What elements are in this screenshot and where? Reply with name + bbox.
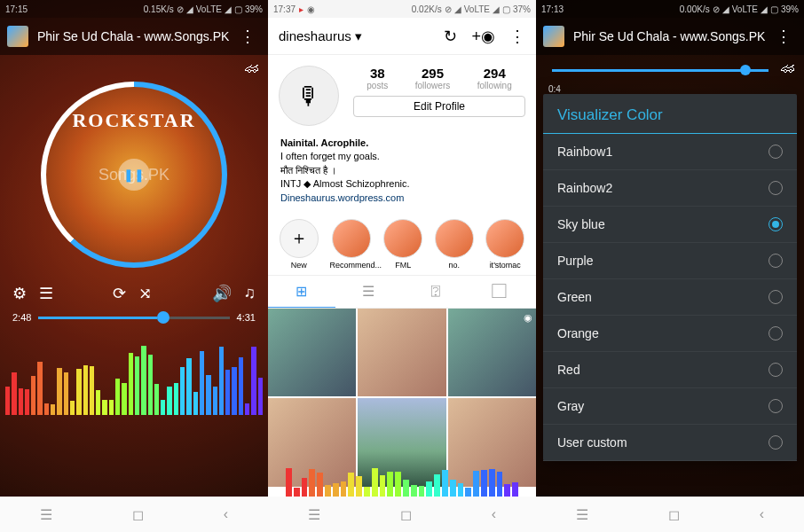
color-option[interactable]: Red: [543, 352, 797, 388]
visualizer-slider[interactable]: [552, 69, 769, 72]
playlist-icon[interactable]: ☰: [39, 284, 53, 303]
status-net: 0.15K/s: [144, 4, 174, 14]
story-highlights: ＋NewRecommend...FMLno.it'stomac: [268, 214, 536, 275]
overflow-menu-icon[interactable]: ⋮: [234, 27, 261, 46]
profile-avatar[interactable]: 🎙: [279, 66, 339, 126]
radio-icon: [769, 326, 783, 340]
visualizer-overlay: [268, 470, 536, 497]
photo-cell[interactable]: [268, 309, 356, 396]
nav-bar: ☰ ◻ ‹: [0, 497, 268, 532]
bio-link[interactable]: Dineshaurus.wordpress.com: [280, 192, 524, 205]
player-header: Phir Se Ud Chala - www.Songs.PK ⋮: [536, 18, 804, 55]
radio-icon: [769, 181, 783, 195]
nav-home-icon[interactable]: ◻: [132, 506, 144, 523]
repeat-icon[interactable]: ⟳: [113, 284, 126, 303]
stat-followers[interactable]: 295followers: [415, 66, 450, 90]
audio-visualizer: [0, 335, 268, 415]
signal-icon: ◢: [493, 4, 500, 14]
battery-pct: 39%: [781, 4, 799, 14]
nav-recent-icon[interactable]: ☰: [40, 506, 52, 523]
dialog-title: Visualizer Color: [543, 94, 797, 133]
nav-recent-icon[interactable]: ☰: [576, 506, 588, 523]
volte-icon: VoLTE: [196, 4, 222, 14]
stat-posts[interactable]: 38posts: [367, 66, 388, 90]
tab-list[interactable]: ☰: [335, 276, 403, 308]
seek-thumb[interactable]: [157, 311, 169, 324]
lyrics-icon[interactable]: ♫: [244, 284, 256, 303]
tab-saved[interactable]: ⃞: [469, 276, 537, 308]
battery-pct: 39%: [245, 4, 263, 14]
app-logo-icon[interactable]: [543, 26, 564, 47]
overflow-menu-icon[interactable]: ⋮: [770, 27, 797, 46]
color-option[interactable]: Green: [543, 279, 797, 316]
tab-grid[interactable]: ⊞: [268, 276, 335, 308]
status-bar: 17:37 ▸ ◉ 0.02K/s ⊘ ◢ VoLTE ◢ ▢ 37%: [268, 0, 536, 18]
settings-icon[interactable]: ⚙: [12, 284, 27, 303]
nav-bar: ☰ ◻ ‹: [536, 497, 804, 532]
status-time: 17:37: [273, 4, 296, 14]
car-mode-icon[interactable]: 🏎: [245, 60, 259, 76]
shuffle-icon[interactable]: ⤨: [138, 284, 152, 303]
nav-recent-icon[interactable]: ☰: [308, 506, 320, 523]
username-dropdown[interactable]: dineshaurus ▾: [279, 28, 362, 44]
radio-icon: [769, 254, 783, 268]
story-highlight[interactable]: ＋New: [279, 219, 319, 270]
edit-profile-button[interactable]: Edit Profile: [353, 96, 525, 117]
seek-fill: [38, 317, 156, 319]
color-option[interactable]: Sky blue: [543, 207, 797, 243]
add-user-icon[interactable]: +◉: [471, 27, 495, 46]
status-net: 0.02K/s: [412, 4, 442, 14]
signal-icon: ◢: [225, 4, 232, 14]
story-highlight[interactable]: Recommend...: [330, 219, 373, 270]
history-icon[interactable]: ↻: [444, 27, 457, 46]
color-option[interactable]: Gray: [543, 388, 797, 425]
car-mode-icon[interactable]: 🏎: [781, 60, 795, 76]
story-highlight[interactable]: it'stomac: [485, 219, 526, 270]
signal-icon: ◢: [186, 4, 193, 14]
video-icon: ◉: [524, 312, 532, 324]
visualizer-color-dialog: Visualizer Color Rainbow1Rainbow2Sky blu…: [543, 94, 797, 461]
battery-icon: ▢: [234, 4, 242, 14]
color-option[interactable]: Rainbow2: [543, 170, 797, 207]
battery-icon: ▢: [770, 4, 778, 14]
stat-following[interactable]: 294following: [477, 66, 512, 90]
radio-icon: [769, 363, 783, 377]
overflow-menu-icon[interactable]: ⋮: [509, 27, 525, 46]
nav-back-icon[interactable]: ‹: [760, 506, 764, 522]
color-option[interactable]: Purple: [543, 243, 797, 279]
app-logo-icon[interactable]: [7, 26, 28, 47]
pause-button[interactable]: ❚❚: [118, 159, 150, 191]
volte-icon: VoLTE: [732, 4, 758, 14]
seek-slider[interactable]: [38, 317, 229, 319]
color-option[interactable]: User custom: [543, 425, 797, 461]
nav-bar: ☰ ◻ ‹: [268, 497, 536, 532]
signal-icon: ◢: [722, 4, 729, 14]
nav-home-icon[interactable]: ◻: [400, 506, 412, 523]
chevron-down-icon: ▾: [355, 28, 362, 43]
story-highlight[interactable]: no.: [434, 219, 475, 270]
time-total: 4:31: [237, 312, 256, 323]
album-art: ROCKSTAR Songs.PK ❚❚: [46, 87, 222, 262]
signal-icon: ◢: [454, 4, 461, 14]
album-art-ring[interactable]: ROCKSTAR Songs.PK ❚❚: [41, 82, 227, 268]
nav-back-icon[interactable]: ‹: [224, 506, 228, 522]
story-highlight[interactable]: FML: [383, 219, 424, 270]
nav-home-icon[interactable]: ◻: [668, 506, 680, 523]
time-current: 2:48: [12, 312, 31, 323]
radio-icon: [769, 217, 783, 231]
photo-grid: ◉: [268, 309, 536, 487]
volume-icon[interactable]: 🔊: [212, 284, 232, 303]
photo-cell[interactable]: [358, 309, 445, 396]
nav-back-icon[interactable]: ‹: [492, 506, 496, 522]
color-option[interactable]: Rainbow1: [543, 134, 797, 170]
color-option[interactable]: Orange: [543, 316, 797, 352]
status-bar: 17:13 0.00K/s ⊘ ◢ VoLTE ◢ ▢ 39%: [536, 0, 804, 18]
album-title: ROCKSTAR: [72, 109, 195, 132]
profile-bio: Nainital. Acrophile. I often forget my g…: [268, 137, 536, 214]
player-header: Phir Se Ud Chala - www.Songs.PK ⋮: [0, 18, 268, 55]
status-time: 17:13: [541, 4, 564, 14]
tab-tagged[interactable]: ⍰: [402, 276, 469, 308]
notif-icon: ▸: [299, 4, 303, 14]
radio-icon: [769, 145, 783, 159]
status-bar: 17:15 0.15K/s ⊘ ◢ VoLTE ◢ ▢ 39%: [0, 0, 268, 18]
